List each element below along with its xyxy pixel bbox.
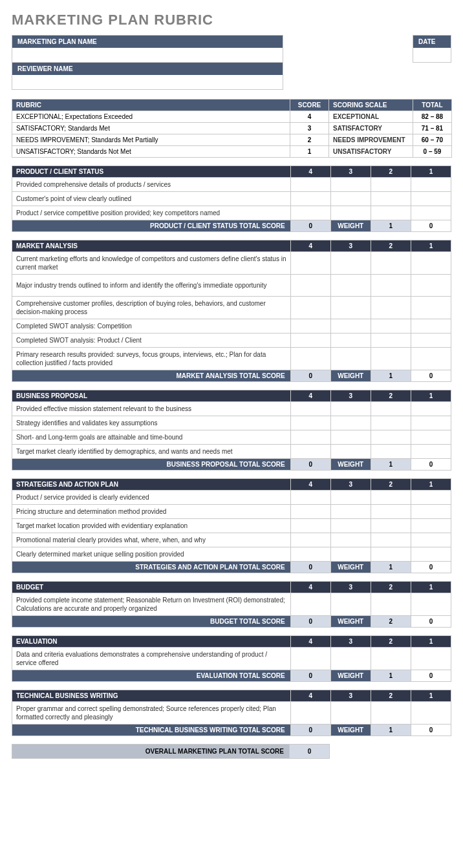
score-cell-2[interactable] [371, 547, 411, 562]
weight-value[interactable]: 1 [371, 370, 411, 382]
score-cell-4[interactable] [290, 702, 330, 725]
date-input[interactable] [413, 48, 451, 62]
score-cell-2[interactable] [371, 333, 411, 348]
score-cell-2[interactable] [371, 533, 411, 547]
score-cell-1[interactable] [411, 275, 451, 297]
weight-value[interactable]: 1 [371, 670, 411, 682]
score-cell-1[interactable] [411, 547, 451, 562]
score-cell-2[interactable] [371, 519, 411, 533]
score-cell-3[interactable] [330, 319, 371, 333]
score-cell-4[interactable] [290, 348, 330, 370]
score-cell-1[interactable] [411, 333, 451, 348]
score-cell-4[interactable] [290, 333, 330, 348]
score-cell-2[interactable] [371, 445, 411, 459]
score-cell-4[interactable] [290, 648, 330, 670]
score-cell-1[interactable] [411, 505, 451, 519]
score-cell-4[interactable] [290, 533, 330, 547]
score-cell-2[interactable] [371, 402, 411, 416]
score-cell-4[interactable] [290, 206, 330, 220]
score-cell-2[interactable] [371, 348, 411, 370]
score-cell-1[interactable] [411, 702, 451, 725]
weight-label: WEIGHT [330, 220, 371, 232]
score-cell-2[interactable] [371, 430, 411, 445]
score-cell-2[interactable] [371, 702, 411, 725]
score-cell-2[interactable] [371, 206, 411, 220]
score-cell-3[interactable] [330, 252, 371, 275]
score-cell-4[interactable] [290, 593, 330, 616]
score-cell-2[interactable] [371, 648, 411, 670]
score-cell-4[interactable] [290, 547, 330, 562]
score-cell-1[interactable] [411, 297, 451, 319]
score-cell-1[interactable] [411, 192, 451, 206]
plan-name-input[interactable] [12, 48, 283, 62]
plan-name-label: MARKETING PLAN NAME [12, 36, 283, 48]
score-cell-2[interactable] [371, 252, 411, 275]
score-cell-4[interactable] [290, 319, 330, 333]
score-cell-4[interactable] [290, 445, 330, 459]
score-cell-2[interactable] [371, 297, 411, 319]
score-cell-1[interactable] [411, 402, 451, 416]
score-cell-2[interactable] [371, 319, 411, 333]
score-cell-1[interactable] [411, 648, 451, 670]
score-cell-1[interactable] [411, 416, 451, 430]
score-cell-3[interactable] [330, 702, 371, 725]
score-cell-2[interactable] [371, 192, 411, 206]
weighted-value: 0 [411, 220, 451, 232]
score-cell-3[interactable] [330, 593, 371, 616]
score-cell-4[interactable] [290, 252, 330, 275]
score-cell-2[interactable] [371, 593, 411, 616]
score-cell-3[interactable] [330, 333, 371, 348]
score-cell-3[interactable] [330, 206, 371, 220]
score-cell-1[interactable] [411, 491, 451, 505]
score-cell-2[interactable] [371, 275, 411, 297]
score-cell-3[interactable] [330, 491, 371, 505]
score-cell-2[interactable] [371, 491, 411, 505]
weight-value[interactable]: 1 [371, 459, 411, 471]
score-cell-3[interactable] [330, 505, 371, 519]
score-cell-3[interactable] [330, 348, 371, 370]
score-cell-3[interactable] [330, 297, 371, 319]
score-cell-3[interactable] [330, 533, 371, 547]
reviewer-input[interactable] [12, 75, 283, 89]
weight-value[interactable]: 1 [371, 725, 411, 736]
score-cell-3[interactable] [330, 178, 371, 192]
score-cell-3[interactable] [330, 648, 371, 670]
score-cell-4[interactable] [290, 505, 330, 519]
score-cell-4[interactable] [290, 178, 330, 192]
score-cell-1[interactable] [411, 445, 451, 459]
score-cell-2[interactable] [371, 416, 411, 430]
weight-value[interactable]: 2 [371, 616, 411, 628]
score-cell-1[interactable] [411, 348, 451, 370]
score-cell-1[interactable] [411, 178, 451, 192]
score-cell-4[interactable] [290, 297, 330, 319]
score-cell-3[interactable] [330, 402, 371, 416]
score-cell-4[interactable] [290, 416, 330, 430]
score-cell-3[interactable] [330, 275, 371, 297]
score-cell-1[interactable] [411, 206, 451, 220]
score-cell-1[interactable] [411, 593, 451, 616]
weight-value[interactable]: 1 [371, 562, 411, 573]
score-cell-4[interactable] [290, 430, 330, 445]
score-cell-4[interactable] [290, 192, 330, 206]
score-cell-4[interactable] [290, 275, 330, 297]
score-cell-3[interactable] [330, 192, 371, 206]
score-header: 2 [371, 636, 411, 648]
score-cell-3[interactable] [330, 519, 371, 533]
score-cell-3[interactable] [330, 430, 371, 445]
score-cell-3[interactable] [330, 445, 371, 459]
score-cell-1[interactable] [411, 430, 451, 445]
score-cell-1[interactable] [411, 519, 451, 533]
score-cell-1[interactable] [411, 252, 451, 275]
score-cell-4[interactable] [290, 402, 330, 416]
score-cell-1[interactable] [411, 533, 451, 547]
score-cell-2[interactable] [371, 178, 411, 192]
weight-value[interactable]: 1 [371, 220, 411, 232]
score-cell-3[interactable] [330, 547, 371, 562]
score-cell-1[interactable] [411, 319, 451, 333]
score-cell-4[interactable] [290, 519, 330, 533]
score-cell-4[interactable] [290, 491, 330, 505]
score-cell-3[interactable] [330, 416, 371, 430]
criteria-text: Completed SWOT analysis: Product / Clien… [12, 333, 291, 348]
score-cell-2[interactable] [371, 505, 411, 519]
criteria-text: Short- and Long-term goals are attainabl… [12, 430, 291, 445]
